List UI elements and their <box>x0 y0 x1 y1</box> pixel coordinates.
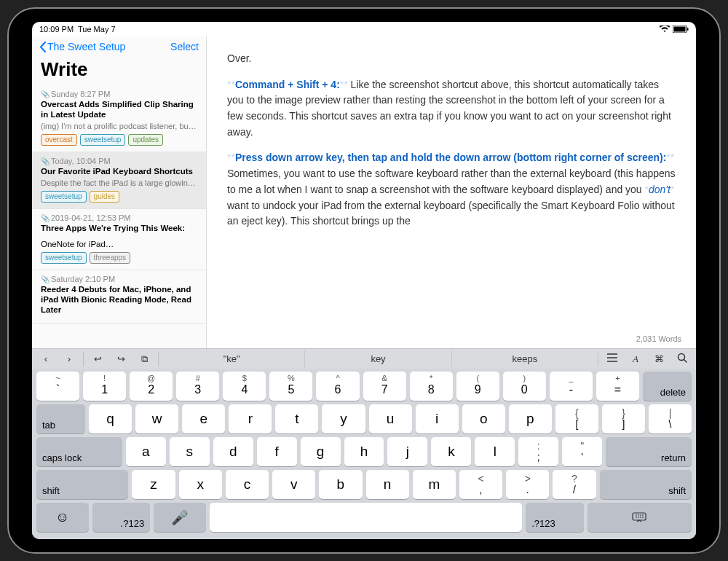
key-punct[interactable]: |\ <box>649 404 692 434</box>
status-bar: 10:09 PM Tue May 7 <box>32 22 696 36</box>
key-v[interactable]: v <box>272 470 315 499</box>
key-s[interactable]: s <box>170 437 210 466</box>
wifi-icon <box>660 26 670 33</box>
key-punct[interactable]: <, <box>459 470 502 499</box>
key-3[interactable]: #3 <box>176 372 219 401</box>
undo-icon[interactable]: ↩ <box>91 353 104 364</box>
key-d[interactable]: d <box>213 437 253 466</box>
delete-key[interactable]: delete <box>643 372 692 401</box>
key-2[interactable]: @2 <box>130 372 173 401</box>
capslock-key[interactable]: caps lock <box>36 437 122 466</box>
software-keyboard: ~`!1@2#3$4%5^6&7*8(9)0_-+=delete tabqwer… <box>32 369 696 539</box>
key-h[interactable]: h <box>344 437 384 466</box>
key-r[interactable]: r <box>229 404 272 434</box>
key-e[interactable]: e <box>182 404 225 434</box>
key-punct[interactable]: }] <box>602 404 645 434</box>
redo-icon[interactable]: ↪ <box>114 353 127 364</box>
nav-forward-icon[interactable]: › <box>63 353 76 364</box>
back-label: The Sweet Setup <box>47 41 125 52</box>
key-q[interactable]: q <box>89 404 132 434</box>
key-1[interactable]: !1 <box>83 372 126 401</box>
nav-back-icon[interactable]: ‹ <box>39 353 52 364</box>
battery-icon <box>673 26 689 33</box>
key--[interactable]: _- <box>550 372 593 401</box>
clipboard-icon[interactable]: ⧉ <box>138 353 151 365</box>
space-key[interactable] <box>210 503 523 532</box>
chevron-left-icon <box>39 42 46 52</box>
key-0[interactable]: )0 <box>503 372 546 401</box>
suggestion[interactable]: "ke" <box>159 350 304 367</box>
tab-key[interactable]: tab <box>36 404 85 434</box>
key-4[interactable]: $4 <box>223 372 266 401</box>
key-u[interactable]: u <box>369 404 412 434</box>
note-item[interactable]: 📎Sunday 8:27 PM Overcast Adds Simplified… <box>32 85 206 152</box>
editor-paragraph: **Command + Shift + 4:** Like the screen… <box>227 77 676 141</box>
search-icon[interactable] <box>676 353 689 365</box>
editor-line: Over. <box>227 51 676 67</box>
sidebar: The Sweet Setup Select Write 📎Sunday 8:2… <box>32 36 207 348</box>
key-8[interactable]: *8 <box>410 372 453 401</box>
dismiss-keyboard-key[interactable] <box>587 503 692 532</box>
key-k[interactable]: k <box>431 437 471 466</box>
numeric-key[interactable]: .?123 <box>526 503 584 532</box>
status-time: 10:09 PM <box>39 25 74 34</box>
key-punct[interactable]: ?/ <box>553 470 596 499</box>
suggestion[interactable]: key <box>304 350 451 367</box>
select-button[interactable]: Select <box>170 41 199 52</box>
key-f[interactable]: f <box>257 437 297 466</box>
keyboard-toolbar: ‹ › ↩ ↪ ⧉ "ke" key keeps A ⌘ <box>32 348 696 369</box>
note-item[interactable]: 📎2019-04-21, 12:53 PM Three Apps We're T… <box>32 209 206 271</box>
key-7[interactable]: &7 <box>363 372 406 401</box>
key-=[interactable]: += <box>596 372 639 401</box>
svg-rect-1 <box>674 27 686 32</box>
key-punct[interactable]: {[ <box>555 404 598 434</box>
status-date: Tue May 7 <box>78 25 116 34</box>
note-item[interactable]: 📎Saturday 2:10 PM Reeder 4 Debuts for Ma… <box>32 270 206 323</box>
key-l[interactable]: l <box>475 437 515 466</box>
paragraph-icon[interactable] <box>606 353 619 364</box>
home-indicator[interactable] <box>302 546 426 549</box>
mic-key[interactable]: 🎤 <box>154 503 206 532</box>
key-z[interactable]: z <box>132 470 175 499</box>
key-c[interactable]: c <box>226 470 269 499</box>
numeric-key[interactable]: .?123 <box>92 503 151 532</box>
suggestion-bar: "ke" key keeps <box>159 350 598 367</box>
sidebar-title: Write <box>32 57 206 85</box>
emoji-key[interactable]: ☺ <box>36 503 89 532</box>
notes-list[interactable]: 📎Sunday 8:27 PM Overcast Adds Simplified… <box>32 85 206 348</box>
svg-rect-4 <box>633 513 646 520</box>
key-j[interactable]: j <box>387 437 427 466</box>
key-t[interactable]: t <box>275 404 318 434</box>
back-button[interactable]: The Sweet Setup <box>39 41 125 52</box>
key-punct[interactable]: "' <box>562 437 602 466</box>
key-x[interactable]: x <box>179 470 222 499</box>
key-`[interactable]: ~` <box>36 372 79 401</box>
key-n[interactable]: n <box>366 470 409 499</box>
key-b[interactable]: b <box>319 470 362 499</box>
key-punct[interactable]: :; <box>518 437 558 466</box>
return-key[interactable]: return <box>606 437 692 466</box>
key-g[interactable]: g <box>301 437 341 466</box>
command-icon[interactable]: ⌘ <box>652 353 665 364</box>
key-a[interactable]: a <box>126 437 166 466</box>
key-y[interactable]: y <box>322 404 365 434</box>
word-count: 2,031 Words <box>636 333 681 345</box>
editor-paragraph: **Press down arrow key, then tap and hol… <box>227 150 676 229</box>
key-9[interactable]: (9 <box>456 372 499 401</box>
font-icon[interactable]: A <box>629 353 642 365</box>
shift-key[interactable]: shift <box>600 470 692 499</box>
key-punct[interactable]: >. <box>506 470 549 499</box>
key-p[interactable]: p <box>509 404 552 434</box>
key-o[interactable]: o <box>462 404 505 434</box>
key-m[interactable]: m <box>413 470 456 499</box>
suggestion[interactable]: keeps <box>451 350 598 367</box>
key-w[interactable]: w <box>135 404 178 434</box>
key-5[interactable]: %5 <box>269 372 312 401</box>
key-i[interactable]: i <box>416 404 459 434</box>
shift-key[interactable]: shift <box>36 470 128 499</box>
svg-rect-2 <box>687 28 689 31</box>
editor-pane[interactable]: Over. **Command + Shift + 4:** Like the … <box>207 36 696 348</box>
key-6[interactable]: ^6 <box>316 372 359 401</box>
note-item[interactable]: 📎Today, 10:04 PM Our Favorite iPad Keybo… <box>32 152 206 209</box>
